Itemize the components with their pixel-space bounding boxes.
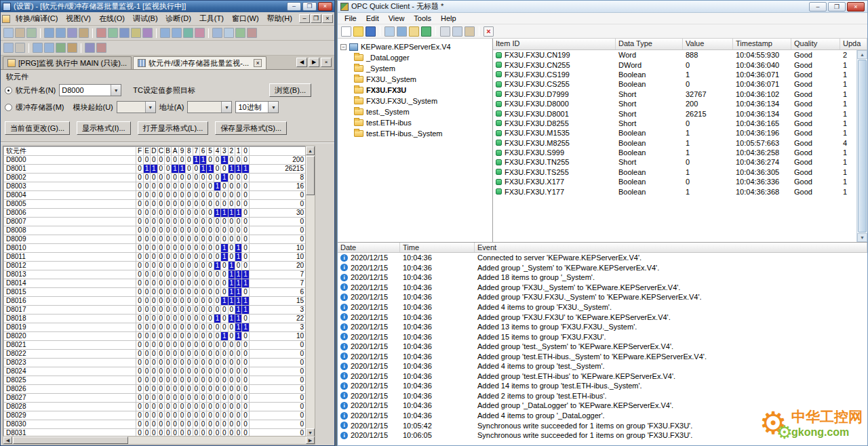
- log-row[interactable]: i2020/12/1510:04:36Added group '_System'…: [338, 263, 867, 273]
- mdi-minimize-button[interactable]: –: [299, 14, 310, 23]
- bit-cell[interactable]: 0: [186, 297, 193, 306]
- menu-item[interactable]: Tools: [409, 14, 436, 23]
- scrollbar-thumb[interactable]: [13, 437, 128, 444]
- bit-cell[interactable]: 0: [199, 332, 206, 341]
- bit-cell[interactable]: 0: [172, 209, 178, 218]
- bit-cell[interactable]: 0: [242, 420, 249, 429]
- bit-cell[interactable]: 0: [221, 306, 228, 315]
- bit-cell[interactable]: 0: [186, 385, 193, 394]
- bit-cell[interactable]: 0: [221, 165, 228, 174]
- toolbar-icon[interactable]: [33, 43, 43, 53]
- bit-cell[interactable]: 0: [193, 174, 199, 182]
- log-row[interactable]: i2020/12/1510:04:36Added 4 items to grou…: [338, 411, 867, 421]
- bit-cell[interactable]: 0: [199, 209, 206, 218]
- bit-cell[interactable]: 0: [151, 156, 157, 165]
- bit-cell[interactable]: 0: [136, 359, 143, 367]
- device-row[interactable]: D800500000000000000000: [4, 200, 307, 209]
- item-row[interactable]: FX3U.FX3U.S999Boolean110:04:36:258Good1: [493, 148, 867, 157]
- bit-cell[interactable]: 0: [178, 411, 185, 420]
- bit-cell[interactable]: 0: [157, 367, 164, 376]
- bit-cell[interactable]: 0: [143, 191, 150, 200]
- bit-cell[interactable]: 0: [199, 306, 206, 315]
- bit-cell[interactable]: 0: [172, 218, 178, 226]
- toolbar-icon[interactable]: [56, 43, 66, 53]
- bit-cell[interactable]: 0: [164, 226, 171, 235]
- tree-group-item[interactable]: test.ETH-ibus._System: [338, 128, 492, 139]
- device-row[interactable]: D800900000000000000000: [4, 235, 307, 244]
- bit-cell[interactable]: 0: [207, 385, 214, 394]
- bit-cell[interactable]: 0: [151, 270, 157, 279]
- bit-cell[interactable]: 0: [214, 367, 220, 376]
- bit-cell[interactable]: 0: [221, 315, 228, 323]
- bit-cell[interactable]: 0: [143, 270, 150, 279]
- bit-cell[interactable]: 0: [178, 297, 185, 306]
- bit-cell[interactable]: 0: [235, 367, 241, 376]
- bit-cell[interactable]: 0: [164, 288, 171, 297]
- tree-group-item[interactable]: test._System: [338, 106, 492, 117]
- tree-group-item[interactable]: FX3U.FX3U: [338, 85, 492, 96]
- bit-cell[interactable]: 0: [199, 394, 206, 403]
- menu-item[interactable]: 诊断(D): [162, 12, 195, 25]
- bit-cell[interactable]: 0: [242, 403, 249, 411]
- bit-cell[interactable]: 1: [228, 279, 235, 288]
- bit-cell[interactable]: 0: [186, 262, 193, 270]
- minimize-button[interactable]: –: [809, 2, 827, 12]
- bit-cell[interactable]: 0: [151, 367, 157, 376]
- device-row[interactable]: D8020000000000000101010: [4, 332, 307, 341]
- bit-cell[interactable]: 0: [164, 279, 171, 288]
- bit-cell[interactable]: 0: [164, 376, 171, 385]
- bit-cell[interactable]: 0: [207, 341, 214, 350]
- bit-cell[interactable]: 0: [186, 367, 193, 376]
- tree-group-item[interactable]: FX3U._System: [338, 74, 492, 85]
- bit-cell[interactable]: 1: [235, 306, 241, 315]
- bit-cell[interactable]: 0: [193, 200, 199, 209]
- bit-cell[interactable]: 0: [235, 385, 241, 394]
- bit-cell[interactable]: 0: [242, 332, 249, 341]
- bit-cell[interactable]: 0: [207, 350, 214, 359]
- log-row[interactable]: i2020/12/1510:04:36Added 2 items to grou…: [338, 391, 867, 401]
- title-bar[interactable]: (设置) - [软元件/缓冲存储器批量监视-1 [监视执行中]] – ❐ ×: [1, 1, 334, 12]
- bit-cell[interactable]: 0: [178, 270, 185, 279]
- toolbar-icon[interactable]: [212, 28, 222, 38]
- bit-cell[interactable]: 0: [228, 341, 235, 350]
- bit-cell[interactable]: 0: [242, 262, 249, 270]
- bit-cell[interactable]: 0: [193, 226, 199, 235]
- bit-cell[interactable]: 1: [235, 165, 241, 174]
- column-header[interactable]: Quality: [791, 39, 840, 49]
- bit-cell[interactable]: 0: [143, 174, 150, 182]
- bit-cell[interactable]: 0: [136, 315, 143, 323]
- bit-cell[interactable]: 0: [214, 323, 220, 332]
- column-header[interactable]: Timestamp: [733, 39, 791, 49]
- bit-cell[interactable]: 0: [214, 226, 220, 235]
- toolbar-icon[interactable]: [44, 28, 54, 38]
- bit-cell[interactable]: 0: [214, 332, 220, 341]
- column-header[interactable]: Upda: [840, 39, 867, 49]
- bit-cell[interactable]: 0: [199, 218, 206, 226]
- bit-cell[interactable]: 0: [172, 191, 178, 200]
- bit-cell[interactable]: 0: [143, 279, 150, 288]
- toolbar-icon[interactable]: [108, 28, 118, 38]
- bit-cell[interactable]: 0: [157, 270, 164, 279]
- bit-cell[interactable]: 0: [235, 156, 241, 165]
- device-row[interactable]: D802400000000000000000: [4, 367, 307, 376]
- bit-cell[interactable]: 0: [228, 174, 235, 182]
- toolbar-icon[interactable]: [235, 28, 245, 38]
- bit-cell[interactable]: 0: [235, 341, 241, 350]
- new-server-icon[interactable]: [397, 26, 407, 37]
- bit-cell[interactable]: 0: [178, 182, 185, 191]
- bit-cell[interactable]: 0: [157, 244, 164, 253]
- bit-cell[interactable]: 0: [157, 411, 164, 420]
- bit-cell[interactable]: 0: [186, 235, 193, 244]
- bit-cell[interactable]: 0: [136, 288, 143, 297]
- bit-cell[interactable]: 0: [172, 235, 178, 244]
- bit-cell[interactable]: 0: [207, 279, 214, 288]
- bit-cell[interactable]: 0: [228, 191, 235, 200]
- close-button[interactable]: ×: [847, 2, 865, 12]
- bit-cell[interactable]: 0: [242, 191, 249, 200]
- bit-cell[interactable]: 0: [193, 394, 199, 403]
- bit-cell[interactable]: 0: [164, 411, 171, 420]
- bit-cell[interactable]: 0: [143, 341, 150, 350]
- bit-cell[interactable]: 0: [136, 226, 143, 235]
- log-row[interactable]: i2020/12/1510:04:36Added 4 items to grou…: [338, 361, 867, 371]
- bit-cell[interactable]: 0: [151, 403, 157, 411]
